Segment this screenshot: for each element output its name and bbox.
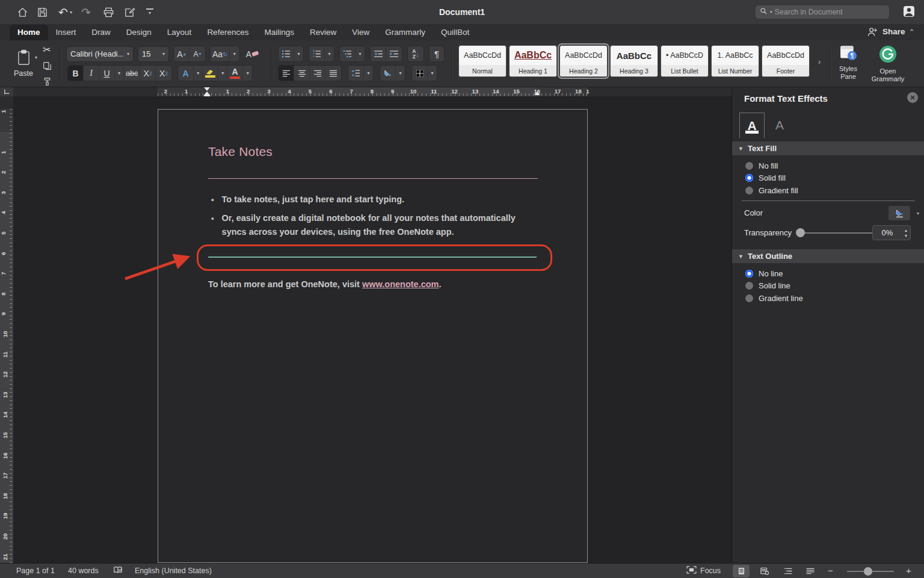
style-list-bullet[interactable]: • AaBbCcDList Bullet [661, 45, 709, 77]
onenote-link[interactable]: www.onenote.com [362, 279, 439, 289]
language-status[interactable]: English (United States) [135, 567, 212, 575]
tab-references[interactable]: References [199, 25, 256, 40]
bullet-list-button[interactable] [279, 46, 294, 61]
style-normal[interactable]: AaBbCcDdNormal [458, 45, 507, 77]
tab-stop-selector[interactable] [0, 87, 13, 96]
style-heading-3[interactable]: AaBbCcHeading 3 [610, 45, 658, 77]
paste-dropdown-icon[interactable]: ▾ [35, 55, 37, 60]
underline-button[interactable]: U [99, 66, 115, 81]
outline-view-button[interactable] [780, 565, 796, 577]
cut-icon[interactable]: ✂ [41, 44, 53, 56]
spin-down-icon[interactable]: ▼ [904, 234, 908, 238]
zoom-out-icon[interactable]: − [828, 565, 833, 576]
ribbon-collapse-icon[interactable]: ⌃ [910, 28, 914, 35]
transparency-spinbox[interactable]: 0% ▲▼ [872, 225, 911, 240]
style-heading-1[interactable]: AaBbCcHeading 1 [509, 45, 557, 77]
vertical-ruler[interactable]: 1123456789101112131415161718192021 [0, 96, 13, 563]
italic-button[interactable]: I [84, 66, 99, 81]
multilevel-list-dropdown-icon[interactable]: ▾ [356, 46, 365, 61]
gallery-more-icon[interactable]: › [818, 57, 821, 66]
first-line-indent-marker[interactable] [204, 87, 210, 91]
option-no-fill[interactable]: No fill [732, 160, 924, 172]
align-center-button[interactable] [294, 66, 310, 81]
bullet-list-dropdown-icon[interactable]: ▾ [294, 46, 303, 61]
underline-dropdown-icon[interactable]: ▾ [115, 66, 124, 81]
multilevel-list-button[interactable] [340, 46, 356, 61]
shading-dropdown-icon[interactable]: ▾ [396, 66, 405, 81]
transparency-slider-thumb[interactable] [796, 228, 805, 237]
highlight-dropdown-icon[interactable]: ▾ [218, 66, 227, 81]
grow-font-button[interactable]: A▴ [174, 46, 189, 61]
tab-design[interactable]: Design [119, 25, 159, 40]
horizontal-ruler[interactable]: 211234567891011121314151617181 [0, 87, 732, 96]
font-color-dropdown-icon[interactable]: ▾ [243, 66, 252, 81]
decrease-indent-button[interactable] [371, 46, 386, 61]
paste-button[interactable]: Paste [10, 45, 37, 81]
spin-up-icon[interactable]: ▲ [904, 228, 908, 232]
style-heading-2[interactable]: AaBbCcDdHeading 2 [559, 45, 608, 77]
font-color-button[interactable]: A [227, 66, 243, 81]
account-avatar[interactable] [902, 5, 916, 20]
zoom-in-icon[interactable]: + [906, 565, 911, 576]
open-grammarly-button[interactable]: Open Grammarly [869, 45, 907, 84]
word-count[interactable]: 40 words [68, 567, 99, 575]
search-box[interactable]: ▾ [756, 5, 889, 19]
focus-toggle[interactable]: Focus [700, 567, 721, 575]
zoom-slider-thumb[interactable] [864, 567, 872, 576]
section-text-outline[interactable]: ▼ Text Outline [732, 249, 924, 263]
subscript-button[interactable]: X2 [140, 66, 156, 81]
share-button[interactable]: Share ⌃ [867, 27, 914, 36]
web-layout-view-button[interactable] [756, 565, 773, 577]
page-count[interactable]: Page 1 of 1 [16, 567, 55, 575]
change-case-button[interactable]: Aa↻ [211, 46, 230, 61]
tab-mailings[interactable]: Mailings [256, 25, 302, 40]
highlight-button[interactable] [203, 66, 218, 81]
bold-button[interactable]: B [68, 66, 84, 81]
numbered-list-button[interactable] [309, 46, 325, 61]
fill-color-dropdown-icon[interactable]: ▾ [917, 211, 919, 216]
align-right-button[interactable] [310, 66, 325, 81]
clear-formatting-button[interactable]: A [244, 46, 261, 62]
tab-quillbot[interactable]: QuillBot [433, 25, 477, 40]
option-gradient-line[interactable]: Gradient line [732, 292, 924, 305]
tab-text-fill-outline[interactable]: A [739, 113, 765, 138]
close-panel-icon[interactable]: ✕ [907, 92, 918, 103]
draft-view-button[interactable] [802, 565, 819, 577]
tab-insert[interactable]: Insert [48, 25, 84, 40]
shading-button[interactable] [380, 66, 396, 81]
option-solid-line[interactable]: Solid line [732, 280, 924, 293]
document-page[interactable]: Take Notes • To take notes, just tap her… [158, 109, 588, 563]
change-case-dropdown-icon[interactable]: ▾ [230, 46, 239, 61]
line-spacing-button[interactable] [348, 66, 364, 81]
fill-color-button[interactable] [888, 205, 911, 221]
align-left-button[interactable] [279, 66, 294, 81]
numbered-list-dropdown-icon[interactable]: ▾ [325, 46, 334, 61]
tab-grammarly[interactable]: Grammarly [377, 25, 433, 40]
copy-icon[interactable] [41, 60, 53, 72]
section-text-fill[interactable]: ▼ Text Fill [732, 141, 924, 155]
tab-home[interactable]: Home [10, 25, 48, 40]
font-name-select[interactable]: Calibri (Headi...▾ [66, 46, 134, 62]
increase-indent-button[interactable] [386, 46, 402, 61]
tab-review[interactable]: Review [302, 25, 344, 40]
spellcheck-icon[interactable] [113, 566, 123, 576]
option-solid-fill[interactable]: Solid fill [732, 172, 924, 185]
tab-view[interactable]: View [344, 25, 377, 40]
borders-button[interactable] [412, 66, 428, 81]
superscript-button[interactable]: X2 [156, 66, 171, 81]
print-layout-view-button[interactable] [733, 565, 750, 577]
tab-text-effects[interactable]: A [767, 113, 792, 138]
styles-pane-button[interactable]: ¶ Styles Pane [834, 45, 863, 81]
transparency-slider[interactable] [799, 232, 876, 234]
tab-draw[interactable]: Draw [84, 25, 119, 40]
borders-dropdown-icon[interactable]: ▾ [428, 66, 437, 81]
text-effects-button[interactable]: A [178, 66, 194, 81]
line-spacing-dropdown-icon[interactable]: ▾ [364, 66, 373, 81]
justify-button[interactable] [325, 66, 341, 81]
format-painter-icon[interactable] [41, 75, 53, 87]
search-input[interactable] [775, 8, 885, 16]
tab-layout[interactable]: Layout [159, 25, 200, 40]
style-footer[interactable]: AaBbCcDdFooter [762, 45, 810, 77]
shrink-font-button[interactable]: A▾ [189, 46, 205, 61]
option-gradient-fill[interactable]: Gradient fill [732, 184, 924, 197]
